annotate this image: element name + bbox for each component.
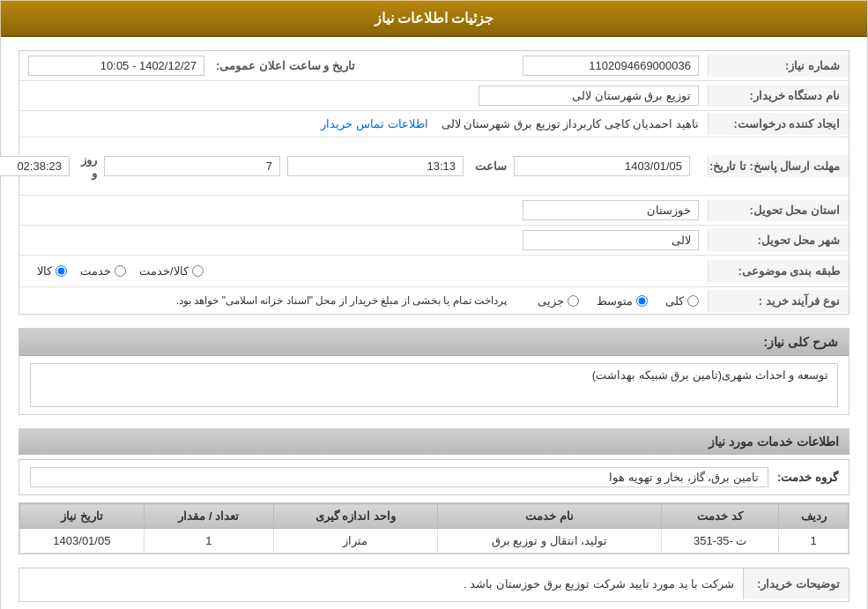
main-info-section: شماره نیاز: 1102094669000036 تاریخ و ساع…	[19, 50, 849, 315]
table-row: 1 ت -35-351 تولید، انتقال و توزیع برق مت…	[20, 529, 849, 553]
city-row: شهر محل تحویل: لالی	[19, 226, 849, 256]
buyer-desc-text: شرکت با ید مورد تایید شرکت توزیع برق خوز…	[19, 568, 743, 601]
radio-khidmat-label: خدمت	[80, 264, 111, 278]
response-date-box: 1403/01/05	[514, 156, 690, 176]
response-deadline-value: 1403/01/05 ساعت 13:13 7 روز و 02:38:23 س…	[0, 137, 708, 195]
description-section: شرح کلی نیاز: توسعه و احداث شهری(تامین ب…	[19, 328, 849, 415]
description-section-header: شرح کلی نیاز:	[19, 329, 849, 356]
creator-text: ناهید احمدیان کاچی کاربرداز توزیع برق شه…	[441, 117, 699, 130]
services-title: اطلاعات خدمات مورد نیاز	[708, 434, 839, 449]
buyer-name-label: نام دستگاه خریدار:	[708, 85, 849, 107]
description-text: توسعه و احداث شهری(تامین برق شبیکه بهداش…	[30, 363, 838, 407]
province-row: استان محل تحویل: خوزستان	[19, 196, 849, 226]
col-quantity: تعداد / مقدار	[144, 504, 273, 529]
buyer-name-row: نام دستگاه خریدار: توزیع برق شهرستان لال…	[19, 81, 849, 111]
cell-date: 1403/01/05	[20, 529, 145, 553]
cell-quantity: 1	[144, 529, 273, 553]
services-section: اطلاعات خدمات مورد نیاز گروه خدمت: تامین…	[19, 428, 849, 554]
city-value: لالی	[19, 226, 708, 255]
category-value: کالا/خدمت خدمت کالا	[19, 256, 708, 286]
category-radio-group: کالا/خدمت خدمت کالا	[28, 260, 699, 282]
response-time-label: ساعت	[475, 160, 507, 173]
creator-label: ایجاد کننده درخواست:	[708, 113, 849, 135]
category-radio-kala[interactable]: کالا	[37, 264, 67, 278]
response-remaining-box: 02:38:23	[0, 156, 70, 176]
radio-jozi-input[interactable]	[568, 295, 579, 307]
radio-khidmat-input[interactable]	[115, 265, 126, 277]
response-days-label: روز و	[81, 153, 97, 180]
creator-value: ناهید احمدیان کاچی کاربرداز توزیع برق شه…	[19, 113, 708, 135]
purchase-radio-mutawaset[interactable]: متوسط	[597, 294, 648, 308]
radio-mutawaset-label: متوسط	[597, 294, 633, 308]
radio-jozi-label: جزیی	[538, 294, 564, 308]
services-table: ردیف کد خدمت نام خدمت واحد اندازه گیری ت…	[19, 503, 849, 553]
service-group-row: گروه خدمت: تامین برق، گاز، بخار و تهویه …	[19, 459, 849, 495]
purchase-radio-jozi[interactable]: جزیی	[538, 294, 579, 308]
need-number-value: 1102094669000036	[364, 51, 708, 80]
radio-kala-khidmat-input[interactable]	[192, 265, 204, 277]
service-group-label: گروه خدمت:	[777, 471, 838, 484]
creator-row: ایجاد کننده درخواست: ناهید احمدیان کاچی …	[19, 111, 849, 137]
province-value: خوزستان	[19, 196, 708, 225]
announce-date-area: تاریخ و ساعت اعلان عمومی: 1402/12/27 - 1…	[19, 56, 364, 76]
category-label: طبقه بندی موضوعی:	[708, 260, 849, 282]
announce-date-value: 1402/12/27 - 10:05	[28, 56, 204, 76]
col-service-code: کد خدمت	[662, 504, 779, 529]
province-box: خوزستان	[523, 200, 699, 220]
need-number-label: شماره نیاز:	[708, 55, 849, 77]
services-table-wrapper: ردیف کد خدمت نام خدمت واحد اندازه گیری ت…	[19, 502, 849, 554]
province-label: استان محل تحویل:	[708, 199, 849, 221]
radio-koli-label: کلی	[665, 294, 684, 308]
purchase-type-value: کلی متوسط جزیی پرداخت تمام یا بخشی از مب…	[19, 290, 708, 312]
response-days-box: 7	[104, 156, 280, 176]
radio-kala-input[interactable]	[56, 265, 67, 277]
response-time-box: 13:13	[287, 156, 464, 176]
radio-mutawaset-input[interactable]	[636, 295, 648, 307]
cell-unit: متراز	[274, 529, 438, 553]
date-time-row: 1403/01/05 ساعت 13:13 7 روز و 02:38:23 س…	[0, 142, 699, 190]
response-deadline-label: مهلت ارسال پاسخ: تا تاریخ:	[708, 155, 849, 177]
col-service-name: نام خدمت	[437, 504, 662, 529]
category-row: طبقه بندی موضوعی: کالا/خدمت خدمت	[19, 256, 849, 287]
cell-row-num: 1	[779, 529, 849, 553]
page-header: جزئیات اطلاعات نیاز	[1, 1, 867, 37]
purchase-radio-koli[interactable]: کلی	[665, 294, 699, 308]
purchase-type-row: نوع فرآیند خرید : کلی متوسط	[19, 287, 849, 314]
buyer-name-value: توزیع برق شهرستان لالی	[19, 81, 708, 110]
cell-service-name: تولید، انتقال و توزیع برق	[437, 529, 662, 553]
col-date: تاریخ نیاز	[20, 504, 145, 529]
purchase-type-label: نوع فرآیند خرید :	[708, 290, 849, 312]
purchase-note: پرداخت تمام یا بخشی از مبلغ خریدار از مح…	[176, 294, 507, 307]
category-radio-khidmat[interactable]: خدمت	[80, 264, 126, 278]
buyer-description-section: توضیحات خریدار: شرکت با ید مورد تایید شر…	[19, 568, 849, 602]
radio-koli-input[interactable]	[687, 295, 699, 307]
announce-date-label: تاریخ و ساعت اعلان عمومی:	[216, 59, 355, 72]
radio-kala-khidmat-label: کالا/خدمت	[139, 264, 189, 278]
page-title: جزئیات اطلاعات نیاز	[375, 11, 494, 26]
table-header-row: ردیف کد خدمت نام خدمت واحد اندازه گیری ت…	[20, 504, 849, 529]
purchase-type-options: کلی متوسط جزیی پرداخت تمام یا بخشی از مب…	[28, 294, 699, 308]
contact-info-link[interactable]: اطلاعات تماس خریدار	[321, 117, 427, 130]
need-number-row: شماره نیاز: 1102094669000036 تاریخ و ساع…	[19, 51, 849, 81]
response-deadline-row: مهلت ارسال پاسخ: تا تاریخ: 1403/01/05 سا…	[19, 137, 849, 196]
category-radio-kala-khidmat[interactable]: کالا/خدمت	[139, 264, 204, 278]
service-group-value: تامین برق، گاز، بخار و تهویه هوا	[30, 467, 768, 487]
cell-service-code: ت -35-351	[662, 529, 779, 553]
services-section-header: اطلاعات خدمات مورد نیاز	[19, 428, 849, 455]
description-content: توسعه و احداث شهری(تامین برق شبیکه بهداش…	[19, 356, 849, 414]
city-label: شهر محل تحویل:	[708, 229, 849, 251]
city-box: لالی	[523, 230, 699, 250]
buyer-name-box: توزیع برق شهرستان لالی	[479, 85, 699, 106]
radio-kala-label: کالا	[37, 264, 52, 278]
buyer-desc-label: توضیحات خریدار:	[743, 568, 849, 599]
need-number-box: 1102094669000036	[523, 56, 699, 76]
description-header-label: شرح کلی نیاز:	[764, 335, 838, 349]
col-row-num: ردیف	[779, 504, 849, 529]
col-unit: واحد اندازه گیری	[274, 504, 438, 529]
